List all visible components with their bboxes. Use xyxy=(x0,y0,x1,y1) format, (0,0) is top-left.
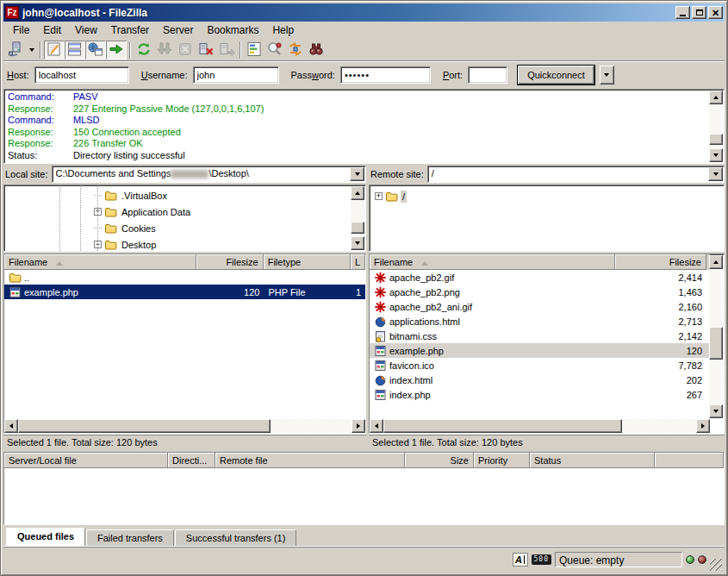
apache-icon xyxy=(374,286,387,298)
file-row-item[interactable]: .. xyxy=(4,270,365,285)
file-row-apache-pb2-ani-gif[interactable]: apache_pb2_ani.gif 2,160 xyxy=(370,299,710,314)
toggle-log-button[interactable] xyxy=(44,41,65,59)
menu-item-edit[interactable]: Edit xyxy=(36,22,68,39)
tree-item-virtualbox[interactable]: .VirtualBox xyxy=(94,187,350,203)
local-hscrollbar[interactable] xyxy=(4,419,365,433)
scroll-thumb[interactable] xyxy=(709,134,723,145)
column-header[interactable]: Size xyxy=(405,453,474,468)
local-path-dropdown-button[interactable] xyxy=(350,167,364,181)
password-input[interactable] xyxy=(340,66,431,84)
remote-vscrollbar[interactable] xyxy=(709,255,723,418)
remote-hscrollbar[interactable] xyxy=(370,419,710,433)
remote-path-combo[interactable]: / xyxy=(427,166,725,183)
column-header[interactable] xyxy=(655,453,724,468)
menu-item-transfer[interactable]: Transfer xyxy=(104,22,156,39)
resize-grip[interactable] xyxy=(710,559,722,571)
tab-failed-transfers[interactable]: Failed transfers xyxy=(86,529,174,546)
sync-browse-button[interactable] xyxy=(285,41,306,59)
file-row-index-php[interactable]: index.php 267 xyxy=(370,387,710,402)
refresh-button[interactable] xyxy=(134,41,154,59)
file-row-example-php[interactable]: example.php 120 PHP File 1 xyxy=(4,285,365,299)
local-tree-scrollbar[interactable] xyxy=(351,186,364,250)
column-header[interactable]: Filename xyxy=(4,254,196,270)
menu-item-bookmarks[interactable]: Bookmarks xyxy=(200,22,265,39)
menu-item-help[interactable]: Help xyxy=(265,22,301,39)
scroll-up-button[interactable] xyxy=(709,255,723,269)
tree-item-application-data[interactable]: + Application Data xyxy=(94,203,350,220)
transfer-queue: Server/Local file Directi... Remote file… xyxy=(3,452,725,525)
file-row-example-php[interactable]: example.php 120 xyxy=(370,343,710,358)
column-header[interactable]: Directi... xyxy=(168,453,215,468)
log-line: Status: Directory listing successful xyxy=(8,150,708,162)
remote-path-dropdown-button[interactable] xyxy=(708,167,723,181)
disconnect-button[interactable] xyxy=(196,41,216,59)
scroll-thumb[interactable] xyxy=(351,222,364,234)
find-files-button[interactable] xyxy=(306,41,327,59)
transfer-type-indicator[interactable]: A xyxy=(513,553,528,567)
column-header[interactable]: Server/Local file xyxy=(4,453,168,468)
scroll-up-button[interactable] xyxy=(709,91,723,104)
host-input[interactable] xyxy=(34,66,129,84)
tree-item-desktop[interactable]: − Desktop xyxy=(94,236,350,252)
toggle-local-tree-button[interactable] xyxy=(65,41,85,59)
file-row-index-html[interactable]: index.html 202 xyxy=(370,373,710,387)
tree-item-item[interactable]: + / xyxy=(375,188,720,204)
toggle-remote-tree-button[interactable] xyxy=(85,41,106,59)
scroll-up-button[interactable] xyxy=(351,186,364,200)
scroll-thumb[interactable] xyxy=(18,419,271,433)
reconnect-button[interactable] xyxy=(216,41,237,59)
column-header[interactable]: Status xyxy=(530,453,655,468)
username-input[interactable] xyxy=(193,66,279,84)
menu-item-server[interactable]: Server xyxy=(156,22,200,39)
toolbar-separator xyxy=(40,41,41,59)
minimize-button[interactable] xyxy=(675,6,690,19)
file-row-bitnami-css[interactable]: bitnami.css 2,142 xyxy=(370,329,710,343)
menu-item-file[interactable]: File xyxy=(6,22,36,39)
column-header[interactable]: Filesize xyxy=(615,254,706,270)
port-input[interactable] xyxy=(468,66,507,84)
menu-item-view[interactable]: View xyxy=(68,22,104,39)
cancel-button[interactable] xyxy=(175,41,196,59)
column-header[interactable]: Remote file xyxy=(215,453,405,468)
file-row-apache-pb2-gif[interactable]: apache_pb2.gif 2,414 xyxy=(370,270,710,285)
filter-button[interactable] xyxy=(244,41,264,59)
site-manager-dropdown-button[interactable] xyxy=(26,41,37,59)
file-row-applications-html[interactable]: applications.html 2,713 xyxy=(370,314,710,329)
column-header[interactable]: L xyxy=(351,254,365,270)
maximize-button[interactable] xyxy=(692,6,706,19)
close-button[interactable]: ✕ xyxy=(708,6,723,19)
scroll-thumb[interactable] xyxy=(383,419,622,433)
remote-status-text: Selected 1 file. Total size: 120 bytes xyxy=(369,434,725,450)
quickconnect-button[interactable]: Quickconnect xyxy=(518,66,594,85)
file-row-apache-pb2-png[interactable]: apache_pb2.png 1,463 xyxy=(370,285,710,299)
site-manager-button[interactable] xyxy=(5,41,26,59)
scroll-thumb[interactable] xyxy=(709,327,723,360)
toggle-queue-button[interactable] xyxy=(106,41,127,59)
folder-icon xyxy=(385,191,398,203)
column-header[interactable]: Filesize xyxy=(196,254,263,270)
expand-plus-icon[interactable]: + xyxy=(375,192,383,200)
tab-successful-transfers-1[interactable]: Successful transfers (1) xyxy=(175,529,297,546)
sort-ascending-icon xyxy=(56,258,63,266)
compare-button[interactable] xyxy=(264,41,285,59)
apache-icon xyxy=(374,272,387,284)
column-header[interactable]: Filename xyxy=(370,254,615,270)
quickconnect-dropdown-button[interactable] xyxy=(600,66,614,85)
scroll-right-button[interactable] xyxy=(352,419,365,433)
scroll-down-button[interactable] xyxy=(709,404,723,418)
tab-queued-files[interactable]: Queued files xyxy=(6,528,85,546)
file-row-favicon-ico[interactable]: favicon.ico 7,782 xyxy=(370,358,710,373)
scroll-down-button[interactable] xyxy=(351,236,364,250)
column-header[interactable]: Filetype xyxy=(264,254,351,270)
local-path-value: C:\Documents and Settings\Desktop\ xyxy=(53,166,349,182)
log-scrollbar[interactable] xyxy=(709,91,723,162)
scroll-down-button[interactable] xyxy=(709,148,723,162)
process-queue-button[interactable] xyxy=(154,41,175,59)
scroll-left-button[interactable] xyxy=(4,419,18,433)
scroll-right-button[interactable] xyxy=(696,419,710,433)
speed-limit-indicator[interactable]: 500 xyxy=(532,554,551,565)
local-path-combo[interactable]: C:\Documents and Settings\Desktop\ xyxy=(52,166,366,183)
scroll-left-button[interactable] xyxy=(370,419,383,433)
column-header[interactable]: Priority xyxy=(474,453,530,468)
tree-item-cookies[interactable]: Cookies xyxy=(94,220,350,236)
